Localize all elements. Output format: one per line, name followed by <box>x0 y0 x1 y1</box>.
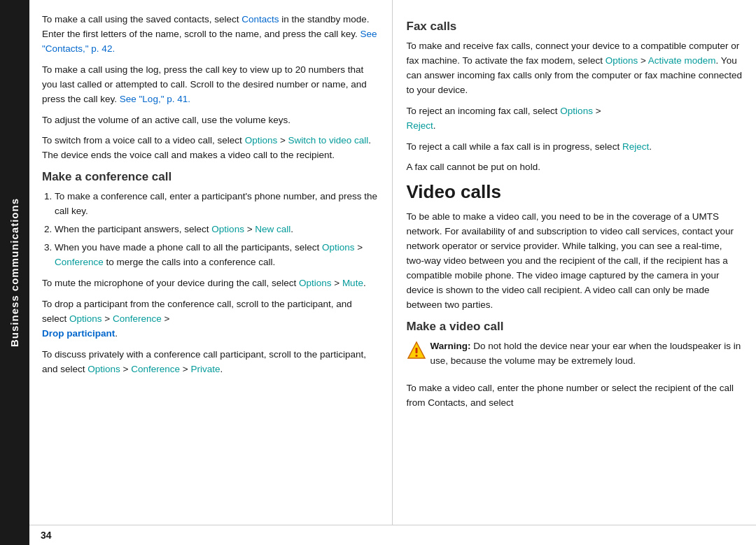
options-link-6[interactable]: Options <box>88 364 120 374</box>
intro-p3: To adjust the volume of an active call, … <box>42 113 378 128</box>
fax-p4: A fax call cannot be put on hold. <box>407 160 743 175</box>
mute-link[interactable]: Mute <box>342 278 363 288</box>
fax-heading: Fax calls <box>407 20 743 34</box>
private-link[interactable]: Private <box>190 364 220 374</box>
options-link-2[interactable]: Options <box>211 224 244 234</box>
switch-video-link[interactable]: Switch to video call <box>288 135 369 146</box>
video-calls-heading: Video calls <box>407 181 743 203</box>
warning-body: Do not hold the device near your ear whe… <box>430 341 741 366</box>
page-number: 34 <box>41 530 52 541</box>
conference-link-1[interactable]: Conference <box>55 257 104 267</box>
conference-step-3: When you have made a phone call to all t… <box>55 241 378 270</box>
private-paragraph: To discuss privately with a conference c… <box>42 348 378 377</box>
sidebar: Business communications <box>0 0 29 545</box>
warning-block: Warning: Do not hold the device near you… <box>407 339 743 375</box>
warning-text: Warning: Do not hold the device near you… <box>430 339 743 369</box>
activate-modem-link[interactable]: Activate modem <box>648 55 716 66</box>
mute-paragraph: To mute the microphone of your device du… <box>42 276 378 291</box>
warning-label: Warning: <box>430 341 471 351</box>
see-log-link[interactable]: See "Log," p. 41. <box>120 94 190 104</box>
intro-p2: To make a call using the log, press the … <box>42 63 378 107</box>
video-last-p: To make a video call, enter the phone nu… <box>407 381 743 411</box>
svg-rect-1 <box>415 348 417 353</box>
intro-p1: To make a call using the saved contacts,… <box>42 13 378 57</box>
video-section: Video calls To be able to make a video c… <box>407 181 743 410</box>
conference-link-3[interactable]: Conference <box>131 364 180 374</box>
options-link-3[interactable]: Options <box>322 242 355 253</box>
svg-rect-2 <box>415 355 417 357</box>
columns: To make a call using the saved contacts,… <box>29 0 756 525</box>
options-link-5[interactable]: Options <box>69 313 102 324</box>
see-contacts-link[interactable]: See "Contacts," p. 42. <box>42 29 377 54</box>
conference-step-2: When the participant answers, select Opt… <box>55 222 378 237</box>
reject-link-2[interactable]: Reject <box>622 141 649 152</box>
left-column: To make a call using the saved contacts,… <box>29 0 393 525</box>
video-intro: To be able to make a video call, you nee… <box>407 210 743 312</box>
fax-options-link-2[interactable]: Options <box>560 106 593 116</box>
fax-options-link[interactable]: Options <box>606 55 638 66</box>
fax-p2: To reject an incoming fax call, select O… <box>407 104 743 134</box>
options-link-4[interactable]: Options <box>299 278 332 288</box>
right-column: Fax calls To make and receive fax calls,… <box>393 0 757 525</box>
new-call-link[interactable]: New call <box>255 224 290 234</box>
warning-icon <box>407 341 426 360</box>
options-link-1[interactable]: Options <box>245 135 278 146</box>
footer-bar: 34 <box>29 525 756 545</box>
fax-p3: To reject a call while a fax call is in … <box>407 140 743 155</box>
conference-steps: To make a conference call, enter a parti… <box>55 190 378 270</box>
conference-link-2[interactable]: Conference <box>113 313 162 324</box>
drop-participant-paragraph: To drop a participant from the conferenc… <box>42 297 378 341</box>
conference-step-1: To make a conference call, enter a parti… <box>55 190 378 219</box>
conference-heading: Make a conference call <box>42 170 378 184</box>
main-content: To make a call using the saved contacts,… <box>29 0 756 545</box>
fax-p1: To make and receive fax calls, connect y… <box>407 39 743 98</box>
intro-p4: To switch from a voice call to a video c… <box>42 134 378 163</box>
fax-section: Fax calls To make and receive fax calls,… <box>407 20 743 175</box>
make-video-heading: Make a video call <box>407 320 743 334</box>
contacts-link[interactable]: Contacts <box>241 14 279 24</box>
conference-section: Make a conference call To make a confere… <box>42 170 378 376</box>
sidebar-label: Business communications <box>9 198 21 347</box>
drop-participant-link[interactable]: Drop participant <box>42 328 115 339</box>
reject-link-1[interactable]: Reject <box>407 120 433 131</box>
